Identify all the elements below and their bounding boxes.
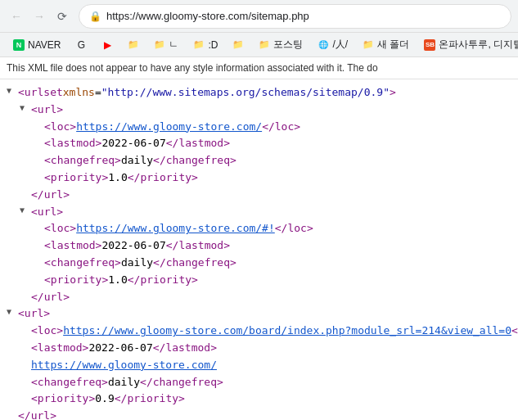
bookmarks-bar: N NAVER G ▶ 📁 📁 ㄴ 📁 :D 📁 📁 포스팅 🌐 /人/ 📁 새… — [0, 33, 518, 57]
url3-triangle[interactable]: ▼ — [7, 305, 18, 318]
url3-loc: <loc>https://www.gloomy-store.com/board/… — [7, 323, 518, 340]
bookmark-colon-d-label: :D — [208, 39, 218, 51]
bookmark-ni[interactable]: 📁 ㄴ — [147, 35, 185, 54]
url1-open: ▼ <url> — [7, 102, 518, 119]
url3-open: ▼ <url> — [7, 305, 518, 323]
bookmark-naver-label: NAVER — [28, 39, 61, 51]
google-icon: G — [75, 39, 87, 51]
url1-priority: <priority>1.0</priority> — [7, 169, 518, 187]
url3-changefreq: <changefreq>daily</changefreq> — [7, 374, 518, 391]
bookmark-google[interactable]: G — [69, 37, 93, 53]
reload-button[interactable]: ⟳ — [52, 7, 72, 26]
back-button[interactable]: ← — [7, 7, 26, 26]
url1-loc: <loc>https://www.gloomy-store.com/</loc> — [7, 119, 518, 136]
bookmark-folder2[interactable]: 📁 — [226, 37, 250, 53]
url3-extra: https://www.gloomy-store.com/ — [7, 357, 518, 374]
url1-triangle[interactable]: ▼ — [20, 102, 31, 115]
bookmark-posting-label: 포스팅 — [273, 38, 303, 52]
info-text: This XML file does not appear to have an… — [7, 62, 378, 74]
folder-icon-posting: 📁 — [259, 39, 270, 51]
folder-icon-1: 📁 — [128, 39, 139, 51]
bookmark-ni-label: ㄴ — [169, 38, 178, 52]
folder-icon-ni: 📁 — [154, 39, 165, 51]
url2-loc: <loc>https://www.gloomy-store.com/#!</lo… — [7, 220, 518, 237]
url2-triangle[interactable]: ▼ — [20, 204, 31, 217]
url2-lastmod: <lastmod>2022-06-07</lastmod> — [7, 237, 518, 255]
bookmark-globe-label: /人/ — [332, 38, 348, 52]
bookmark-new-folder-label: 새 폴더 — [377, 38, 409, 52]
xml-root-line: ▼ <urlset xmlns="http://www.sitemaps.org… — [7, 84, 518, 102]
folder-icon-d: 📁 — [193, 39, 205, 51]
root-open-tag: <urlset — [18, 84, 63, 102]
folder-icon-new: 📁 — [363, 39, 374, 51]
url2-changefreq: <changefreq>daily</changefreq> — [7, 255, 518, 272]
url3-close: </url> — [7, 408, 518, 420]
lock-icon: 🔒 — [89, 11, 101, 22]
url1-lastmod: <lastmod>2022-06-07</lastmod> — [7, 135, 518, 152]
url1-loc-link[interactable]: https://www.gloomy-store.com/ — [76, 119, 262, 136]
url2-open: ▼ <url> — [7, 204, 518, 221]
url-text: https://www.gloomy-store.com/sitemap.php — [106, 10, 501, 22]
bookmark-globe[interactable]: 🌐 /人/ — [311, 35, 354, 54]
url3-lastmod: <lastmod>2022-06-07</lastmod> — [7, 340, 518, 357]
youtube-icon: ▶ — [101, 39, 113, 51]
folder-icon-2: 📁 — [232, 39, 244, 51]
no-tri-1 — [33, 119, 44, 132]
info-bar: This XML file does not appear to have an… — [0, 57, 518, 79]
nav-buttons: ← → ⟳ — [7, 7, 72, 26]
bookmark-posting[interactable]: 📁 포스팅 — [252, 35, 309, 54]
bookmark-onpa[interactable]: SB 온파사투루, 디지털... — [417, 35, 518, 54]
naver-icon: N — [13, 39, 25, 51]
root-attr-value: "http://www.sitemaps.org/schemas/sitemap… — [101, 84, 390, 102]
forward-button[interactable]: → — [29, 7, 49, 26]
bookmark-new-folder[interactable]: 📁 새 폴더 — [356, 35, 416, 54]
bookmark-naver[interactable]: N NAVER — [7, 37, 67, 53]
url2-close: </url> — [7, 289, 518, 306]
bookmark-folder1[interactable]: 📁 — [121, 37, 146, 53]
browser-toolbar: ← → ⟳ 🔒 https://www.gloomy-store.com/sit… — [0, 0, 518, 33]
root-attr-name: xmlns — [63, 84, 95, 102]
bookmark-colon-d[interactable]: 📁 :D — [187, 37, 224, 53]
url1-close: </url> — [7, 187, 518, 204]
root-triangle[interactable]: ▼ — [7, 84, 18, 97]
bookmark-youtube[interactable]: ▶ — [95, 37, 119, 53]
xml-content: ▼ <urlset xmlns="http://www.sitemaps.org… — [0, 79, 518, 420]
url2-loc-link[interactable]: https://www.gloomy-store.com/#! — [76, 220, 275, 237]
globe-icon: 🌐 — [318, 39, 329, 51]
onpa-icon: SB — [424, 39, 435, 51]
url3-extra-link[interactable]: https://www.gloomy-store.com/ — [31, 357, 217, 374]
url1-changefreq: <changefreq>daily</changefreq> — [7, 152, 518, 169]
url2-priority: <priority>1.0</priority> — [7, 272, 518, 289]
url3-loc-link[interactable]: https://www.gloomy-store.com/board/index… — [63, 323, 511, 340]
bookmark-onpa-label: 온파사투루, 디지털... — [439, 38, 518, 52]
url3-priority: <priority>0.9</priority> — [7, 391, 518, 408]
address-bar[interactable]: 🔒 https://www.gloomy-store.com/sitemap.p… — [79, 4, 511, 29]
